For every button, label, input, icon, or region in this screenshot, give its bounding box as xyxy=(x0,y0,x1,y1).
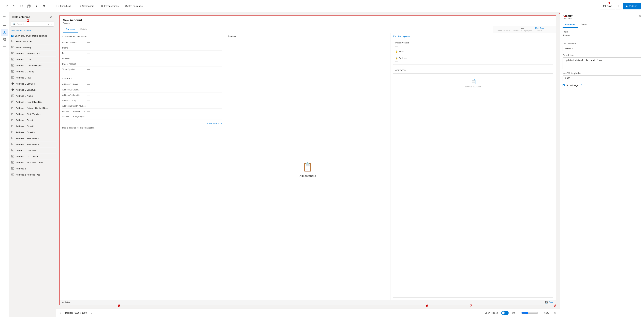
column-item[interactable]: Address 1: Country/Region xyxy=(9,63,56,69)
column-label: Address 1: Street 2 xyxy=(16,125,34,127)
max-width-input[interactable] xyxy=(562,75,641,81)
column-item[interactable]: Address 1: Longitude xyxy=(9,87,56,93)
column-item[interactable]: Address 1: UTC Offset xyxy=(9,154,56,160)
column-item[interactable]: Account Rating xyxy=(9,44,56,50)
add-form-field-button[interactable]: + + Form field xyxy=(53,3,73,9)
show-image-label: Show image xyxy=(566,84,578,87)
column-label: Address 1: Name xyxy=(16,95,33,97)
fit-to-screen-button[interactable]: ⊕ xyxy=(554,311,556,315)
column-item[interactable]: Address 1: Fax xyxy=(9,75,56,81)
footer-save-label[interactable]: Save xyxy=(549,301,553,304)
svg-rect-69 xyxy=(12,167,14,169)
display-name-input[interactable] xyxy=(562,46,641,51)
column-label: Address 1: Telephone 3 xyxy=(16,143,39,146)
contacts-menu-button[interactable]: ⋮ xyxy=(548,68,551,72)
column-item[interactable]: Account Number xyxy=(9,38,56,44)
badge-2: 2 xyxy=(559,12,560,15)
close-sidebar-button[interactable]: ✕ xyxy=(48,15,53,19)
column-item[interactable]: Address 2 xyxy=(9,166,56,172)
publish-button[interactable]: ▶ Publish xyxy=(622,3,641,9)
column-item[interactable]: Address 1: Street 1 xyxy=(9,117,56,123)
badge-4: 4 xyxy=(564,14,566,18)
column-label: Address 1: UTC Offset xyxy=(16,155,38,158)
sidebar-hamburger-button[interactable]: ☰ xyxy=(1,14,8,21)
sidebar-tree-button[interactable] xyxy=(1,43,8,50)
form-expand-button[interactable]: ⌄ xyxy=(548,27,553,32)
field-ticker-symbol: Ticker Symbol --- xyxy=(62,67,222,72)
column-type-icon xyxy=(11,100,14,104)
sidebar-layers-button[interactable] xyxy=(1,21,8,28)
owner-link[interactable]: Matt Peart xyxy=(535,27,544,29)
column-item[interactable]: Address 1: Address Type xyxy=(9,50,56,57)
redo-button[interactable]: ↪ xyxy=(11,3,18,9)
gear-icon: ⚙ xyxy=(101,4,103,7)
column-item[interactable]: Address 1: Street 3 xyxy=(9,129,56,135)
tab-events[interactable]: Events xyxy=(578,21,590,28)
copy-button[interactable] xyxy=(26,3,32,9)
column-item[interactable]: Address 1: Latitude xyxy=(9,81,56,87)
switch-classic-button[interactable]: Switch to classic xyxy=(122,3,145,9)
info-icon[interactable]: ⓘ xyxy=(580,84,582,87)
zoom-slider[interactable] xyxy=(521,312,538,314)
error-control[interactable]: Error loading control xyxy=(390,33,556,39)
column-label: Address 1: State/Province xyxy=(16,113,41,115)
sidebar-components-button[interactable] xyxy=(1,36,8,43)
badge-8: 8 xyxy=(554,304,556,308)
description-textarea[interactable]: Updated default Account form. xyxy=(562,57,641,69)
save-button[interactable]: 💾 Save xyxy=(600,3,615,9)
svg-rect-5 xyxy=(3,31,4,33)
svg-point-32 xyxy=(12,89,14,91)
footer-right[interactable]: 💾 Save xyxy=(545,301,553,304)
error-loading-link[interactable]: Error loading control xyxy=(393,35,411,37)
footer-expand-icon: ⊞ xyxy=(62,301,64,304)
column-item[interactable]: Address 1: Street 2 xyxy=(9,123,56,129)
column-item[interactable]: Address 1: City xyxy=(9,57,56,63)
search-box[interactable]: 🔍 ▿ ⌄ xyxy=(11,21,54,27)
field-country: Address 1: Country/Region --- xyxy=(62,114,222,119)
cut-button[interactable]: ✂ xyxy=(18,3,25,9)
column-type-icon xyxy=(11,46,14,49)
timeline-placeholder-text: Almost there xyxy=(300,175,316,178)
prop-description-label: Description xyxy=(562,54,641,56)
chevron-down-icon[interactable]: ⌄ xyxy=(50,23,52,25)
show-unused-checkbox[interactable] xyxy=(11,35,14,37)
column-item[interactable]: Address 1: State/Province xyxy=(9,111,56,117)
badge-6: 6 xyxy=(426,304,428,308)
column-item[interactable]: Address 2: Address Type xyxy=(9,172,56,178)
filter-icon[interactable]: ▿ xyxy=(48,23,49,25)
get-directions-button[interactable]: ⚙ Get Directions xyxy=(62,121,222,126)
column-item[interactable]: Address 1: County xyxy=(9,69,56,75)
column-item[interactable]: Address 1: ZIP/Postal Code xyxy=(9,160,56,166)
delete-button[interactable]: 🗑 xyxy=(40,3,47,9)
column-item[interactable]: Address 1: Name xyxy=(9,93,56,99)
zoom-minus-button[interactable]: − xyxy=(518,312,520,315)
new-table-column-button[interactable]: + New table column xyxy=(9,28,56,33)
column-item[interactable]: Address 1: UPS Zone xyxy=(9,148,56,154)
tab-details[interactable]: Details xyxy=(78,26,90,32)
primary-contact-card: Primary Contact --- 🔒 Email --- 🔒 Busine… xyxy=(393,39,553,65)
search-input[interactable] xyxy=(17,23,46,25)
column-item[interactable]: Address 1: Primary Contact Name xyxy=(9,105,56,111)
zoom-plus-button[interactable]: + xyxy=(540,312,541,315)
show-hidden-toggle[interactable] xyxy=(501,311,509,315)
svg-rect-2 xyxy=(3,24,6,24)
tab-summary[interactable]: Summary xyxy=(63,26,78,32)
undo-button[interactable]: ↩ xyxy=(3,3,10,9)
columns-panel: Table columns ✕ 🔍 ▿ ⌄ + New table column… xyxy=(9,12,56,317)
form-editor[interactable]: New Account Account Summary Details ··· … xyxy=(59,15,556,305)
right-panel-close-button[interactable]: ✕ xyxy=(639,14,641,18)
main-content: New Account Account Summary Details ··· … xyxy=(56,12,560,317)
component-label: + Component xyxy=(80,5,94,7)
tab-properties[interactable]: Properties xyxy=(562,21,578,28)
paste-arrow-button[interactable]: ▾ xyxy=(33,3,40,9)
sidebar-columns-button[interactable] xyxy=(1,29,8,36)
form-settings-button[interactable]: ⚙ Form settings xyxy=(98,3,121,9)
show-image-checkbox[interactable] xyxy=(562,84,565,86)
column-item[interactable]: Address 1: Telephone 3 xyxy=(9,141,56,148)
show-unused-checkbox-row[interactable]: Show only unused table columns xyxy=(9,33,56,38)
column-item[interactable]: Address 1: Telephone 2 xyxy=(9,135,56,141)
save-dropdown-button[interactable]: ▾ xyxy=(616,3,622,9)
add-component-button[interactable]: + + Component xyxy=(75,3,97,9)
column-item[interactable]: Address 1: Post Office Box xyxy=(9,99,56,105)
chevron-down-desktop[interactable]: ⌄ xyxy=(91,312,93,314)
